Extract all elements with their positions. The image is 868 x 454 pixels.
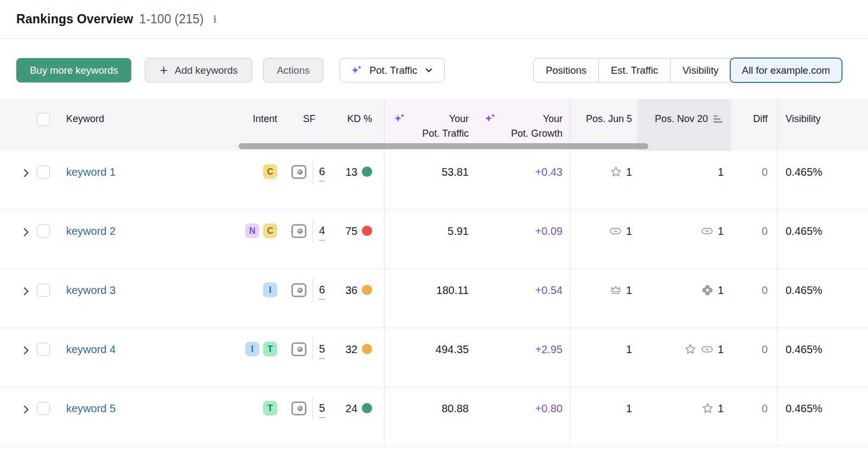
pot-growth-cell: +2.95 xyxy=(477,328,570,387)
star-icon xyxy=(684,343,697,387)
intent-cell: NC xyxy=(239,210,285,268)
row-left-pad xyxy=(0,210,16,268)
visibility-cell: 0.465% xyxy=(777,151,868,209)
pos-nov20-cell: 1 xyxy=(637,210,731,268)
column-header-diff[interactable]: Diff xyxy=(731,99,777,151)
pot-traffic-cell: 53.81 xyxy=(384,151,477,209)
row-checkbox[interactable] xyxy=(37,343,50,356)
expand-row-button[interactable] xyxy=(16,269,34,328)
intent-cell: IT xyxy=(239,328,285,387)
position-value: 1 xyxy=(718,282,724,328)
serp-features-preview-icon[interactable] xyxy=(291,342,307,356)
chevron-right-icon xyxy=(21,228,31,240)
sf-count: 5 xyxy=(319,342,325,359)
title-bar: Rankings Overview 1-100 (215) i xyxy=(0,0,868,39)
tab-visibility[interactable]: Visibility xyxy=(670,59,730,82)
tab-all-for-example-com[interactable]: All for example.com xyxy=(730,57,843,83)
kd-cell: 32 xyxy=(334,328,384,387)
position-value: 1 xyxy=(626,282,632,328)
column-header-line2: Pot. Traffic xyxy=(422,128,469,139)
pos-jun5-cell: 1 xyxy=(570,210,637,268)
chevron-down-icon xyxy=(424,65,434,75)
sf-cell: 4 xyxy=(285,210,334,268)
expand-row-button[interactable] xyxy=(16,151,34,209)
keyword-cell: keyword 5 xyxy=(53,387,239,446)
kd-value: 24 xyxy=(346,400,358,417)
serp-features-preview-icon[interactable] xyxy=(291,283,307,297)
sf-cell: 6 xyxy=(285,269,334,328)
pos-nov20-cell: 1 xyxy=(637,269,731,328)
info-icon[interactable]: i xyxy=(213,13,217,25)
header-expand-col xyxy=(16,99,34,151)
expand-row-button[interactable] xyxy=(16,387,34,446)
expand-row-button[interactable] xyxy=(16,210,34,268)
keyword-link[interactable]: keyword 5 xyxy=(66,402,116,414)
keyword-link[interactable]: keyword 2 xyxy=(66,225,116,237)
column-header-pos-nov-20[interactable]: Pos. Nov 20 xyxy=(637,99,731,151)
intent-badge-c: C xyxy=(263,223,277,238)
actions-button[interactable]: Actions xyxy=(263,58,323,82)
header-left-pad xyxy=(0,99,16,151)
tab-positions[interactable]: Positions xyxy=(534,59,598,82)
sf-cell: 6 xyxy=(285,151,334,209)
serp-features-preview-icon[interactable] xyxy=(291,224,307,238)
pos-nov20-cell: 1 xyxy=(637,151,731,209)
kd-difficulty-dot xyxy=(362,403,372,413)
star-icon xyxy=(610,165,622,209)
plus-icon: + xyxy=(159,63,168,77)
metric-dropdown[interactable]: Pot. Traffic xyxy=(340,58,445,82)
position-value: 1 xyxy=(718,223,724,268)
column-header-line2: Pot. Growth xyxy=(511,128,563,139)
keyword-link[interactable]: keyword 3 xyxy=(66,284,116,296)
pos-jun5-cell: 1 xyxy=(570,269,637,328)
kd-difficulty-dot xyxy=(362,344,372,354)
tab-est-traffic[interactable]: Est. Traffic xyxy=(598,59,670,82)
intent-badge-i: I xyxy=(263,283,277,297)
sf-cell: 5 xyxy=(285,387,334,446)
pos-nov20-cell: 1 xyxy=(637,387,731,446)
keyword-cell: keyword 1 xyxy=(53,151,239,209)
row-checkbox[interactable] xyxy=(37,402,50,415)
column-header-visibility[interactable]: Visibility xyxy=(777,99,868,151)
chevron-right-icon xyxy=(21,169,31,181)
keyword-link[interactable]: keyword 4 xyxy=(66,343,116,355)
row-checkbox[interactable] xyxy=(37,284,50,297)
crown-icon xyxy=(609,284,622,328)
position-value: 1 xyxy=(626,341,632,387)
diff-cell: 0 xyxy=(731,210,777,268)
serp-features-preview-icon[interactable] xyxy=(291,401,307,415)
diff-cell: 0 xyxy=(731,269,777,328)
serp-features-preview-icon[interactable] xyxy=(291,165,307,179)
select-all-cell xyxy=(34,99,53,151)
keyword-cell: keyword 3 xyxy=(53,269,239,328)
add-keywords-button[interactable]: + Add keywords xyxy=(145,58,252,82)
buy-more-keywords-button[interactable]: Buy more keywords xyxy=(16,58,131,82)
result-range: 1-100 (215) xyxy=(139,12,204,27)
kd-cell: 13 xyxy=(334,151,384,209)
star-icon xyxy=(701,402,714,446)
table-row: keyword 2NC4755.91+0.091100.465% xyxy=(0,210,868,269)
pot-traffic-cell: 494.35 xyxy=(384,328,477,387)
position-value: 1 xyxy=(718,164,724,209)
pot-growth-cell: +0.80 xyxy=(477,387,570,446)
expand-row-button[interactable] xyxy=(16,328,34,387)
pot-traffic-cell: 80.88 xyxy=(384,387,477,446)
keyword-cell: keyword 4 xyxy=(53,328,239,387)
table-header: Keyword Intent SF KD % Your Pot. Traffic… xyxy=(0,99,868,151)
pos-jun5-cell: 1 xyxy=(570,387,637,446)
divider xyxy=(312,337,313,361)
kd-difficulty-dot xyxy=(362,226,372,236)
row-checkbox[interactable] xyxy=(37,225,50,238)
keyword-link[interactable]: keyword 1 xyxy=(66,166,116,178)
row-checkbox[interactable] xyxy=(37,165,50,178)
horizontal-scrollbar[interactable] xyxy=(239,143,648,149)
column-header-keyword[interactable]: Keyword xyxy=(53,99,239,151)
row-checkbox-cell xyxy=(34,387,53,446)
pos-jun5-cell: 1 xyxy=(570,151,637,209)
intent-badge-c: C xyxy=(263,164,277,179)
link-icon xyxy=(700,225,714,268)
link-icon xyxy=(609,225,622,268)
chevron-right-icon xyxy=(21,287,31,299)
select-all-checkbox[interactable] xyxy=(37,113,50,126)
pot-growth-cell: +0.54 xyxy=(477,269,570,328)
